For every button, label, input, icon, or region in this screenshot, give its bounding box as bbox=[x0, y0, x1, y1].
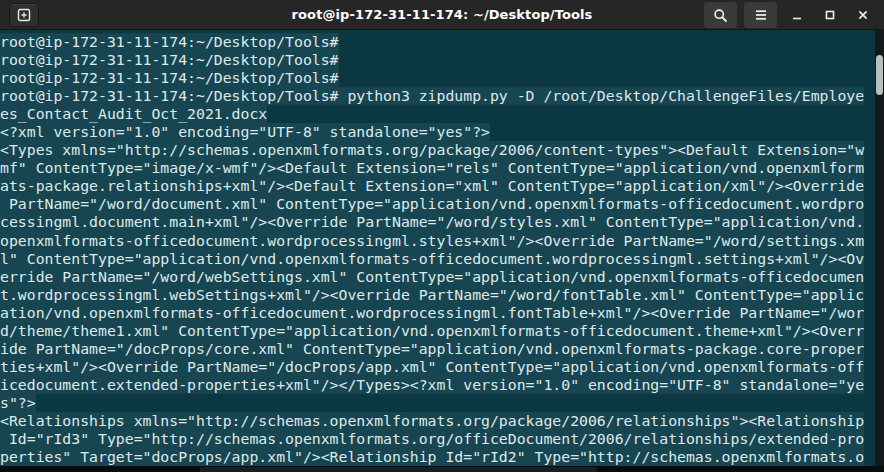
selected-text: erride PartName="/word/webSettings.xml" … bbox=[0, 268, 864, 286]
close-icon bbox=[857, 9, 869, 21]
selected-text: <?xml version="1.0" encoding="UTF-8" sta… bbox=[0, 123, 490, 141]
menu-button[interactable] bbox=[744, 2, 777, 28]
terminal-output[interactable]: root@ip-172-31-11-174:~/Desktop/Tools#ro… bbox=[0, 30, 884, 466]
maximize-button[interactable] bbox=[817, 2, 843, 28]
selected-text: root@ip-172-31-11-174:~/Desktop/Tools# bbox=[0, 51, 339, 69]
selected-text: es_Contact_Audit_Oct_2021.docx bbox=[0, 105, 267, 123]
selected-text: perties" Target="docProps/app.xml"/><Rel… bbox=[0, 448, 864, 466]
scrollbar-thumb[interactable] bbox=[876, 55, 883, 95]
selected-text: Id="rId3" Type="http://schemas.openxmlfo… bbox=[0, 430, 864, 448]
terminal-line: ide PartName="/docProps/core.xml" Conten… bbox=[0, 340, 884, 358]
new-tab-icon bbox=[17, 8, 31, 22]
terminal-line: d/theme/theme1.xml" ContentType="applica… bbox=[0, 322, 884, 340]
selected-text: root@ip-172-31-11-174:~/Desktop/Tools# bbox=[0, 33, 339, 51]
selected-text: <Relationships xmlns="http://schemas.ope… bbox=[0, 412, 864, 430]
selected-text: PartName="/word/document.xml" ContentTyp… bbox=[0, 195, 864, 213]
minimize-icon bbox=[791, 9, 803, 21]
search-button[interactable] bbox=[704, 2, 737, 28]
close-button[interactable] bbox=[850, 2, 876, 28]
terminal-line: t.wordprocessingml.webSettings+xml"/><Ov… bbox=[0, 286, 884, 304]
selected-text: ties+xml"/><Override PartName="/docProps… bbox=[0, 358, 864, 376]
selected-text: t.wordprocessingml.webSettings+xml"/><Ov… bbox=[0, 286, 864, 304]
titlebar: root@ip-172-31-11-174: ~/Desktop/Tools bbox=[0, 0, 884, 30]
terminal-line: cessingml.document.main+xml"/><Override … bbox=[0, 213, 884, 231]
terminal-window: root@ip-172-31-11-174: ~/Desktop/Tools bbox=[0, 0, 884, 472]
terminal-line: root@ip-172-31-11-174:~/Desktop/Tools# p… bbox=[0, 87, 884, 105]
bottom-edge-segment bbox=[200, 467, 597, 472]
selected-text: d/theme/theme1.xml" ContentType="applica… bbox=[0, 322, 864, 340]
terminal-line: <?xml version="1.0" encoding="UTF-8" sta… bbox=[0, 123, 884, 141]
bottom-edge-strip bbox=[0, 466, 884, 472]
terminal-line: perties" Target="docProps/app.xml"/><Rel… bbox=[0, 448, 884, 466]
selected-text: ation/vnd.openxmlformats-officedocument.… bbox=[0, 304, 864, 322]
terminal-line: root@ip-172-31-11-174:~/Desktop/Tools# bbox=[0, 51, 884, 69]
selected-text: openxmlformats-officedocument.wordproces… bbox=[0, 232, 864, 250]
terminal-line: <Relationships xmlns="http://schemas.ope… bbox=[0, 412, 884, 430]
selected-text: <Types xmlns="http://schemas.openxmlform… bbox=[0, 141, 864, 159]
scrollbar-trough[interactable] bbox=[875, 30, 884, 466]
minimize-button[interactable] bbox=[784, 2, 810, 28]
selected-text: mf" ContentType="image/x-wmf"/><Default … bbox=[0, 159, 864, 177]
new-tab-button[interactable] bbox=[9, 3, 39, 27]
terminal-line: PartName="/word/document.xml" ContentTyp… bbox=[0, 195, 884, 213]
selected-text: ide PartName="/docProps/core.xml" Conten… bbox=[0, 340, 864, 358]
terminal-line: es_Contact_Audit_Oct_2021.docx bbox=[0, 105, 884, 123]
terminal-line: <Types xmlns="http://schemas.openxmlform… bbox=[0, 141, 884, 159]
hamburger-menu-icon bbox=[754, 9, 768, 21]
selected-text: s"?> bbox=[0, 394, 36, 412]
terminal-line: l" ContentType="application/vnd.openxmlf… bbox=[0, 250, 884, 268]
selected-text: cessingml.document.main+xml"/><Override … bbox=[0, 213, 864, 231]
selected-text: root@ip-172-31-11-174:~/Desktop/Tools# bbox=[0, 69, 339, 87]
terminal-line: icedocument.extended-properties+xml"/></… bbox=[0, 376, 884, 394]
selected-text: root@ip-172-31-11-174:~/Desktop/Tools# p… bbox=[0, 87, 864, 105]
terminal-line: ats-package.relationships+xml"/><Default… bbox=[0, 177, 884, 195]
terminal-line: mf" ContentType="image/x-wmf"/><Default … bbox=[0, 159, 884, 177]
selected-text: l" ContentType="application/vnd.openxmlf… bbox=[0, 250, 864, 268]
maximize-icon bbox=[824, 9, 836, 21]
terminal-line: s"?> bbox=[0, 394, 884, 412]
terminal-line: erride PartName="/word/webSettings.xml" … bbox=[0, 268, 884, 286]
search-icon bbox=[713, 8, 728, 23]
terminal-line: ties+xml"/><Override PartName="/docProps… bbox=[0, 358, 884, 376]
terminal-line: ation/vnd.openxmlformats-officedocument.… bbox=[0, 304, 884, 322]
titlebar-controls bbox=[704, 2, 876, 28]
terminal-line: root@ip-172-31-11-174:~/Desktop/Tools# bbox=[0, 69, 884, 87]
terminal-line: openxmlformats-officedocument.wordproces… bbox=[0, 232, 884, 250]
selected-text: icedocument.extended-properties+xml"/></… bbox=[0, 376, 864, 394]
selected-text: ats-package.relationships+xml"/><Default… bbox=[0, 177, 864, 195]
terminal-line: root@ip-172-31-11-174:~/Desktop/Tools# bbox=[0, 33, 884, 51]
terminal-line: Id="rId3" Type="http://schemas.openxmlfo… bbox=[0, 430, 884, 448]
